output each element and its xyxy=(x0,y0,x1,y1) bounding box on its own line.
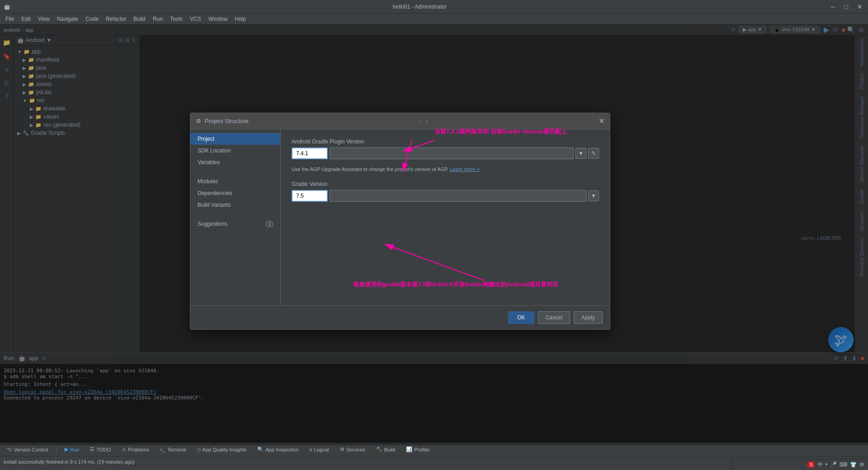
menu-bar: File Edit View Navigate Code Refactor Bu… xyxy=(0,14,868,24)
agp-label: Android Gradle Plugin Version xyxy=(292,138,599,145)
problems-icon: ⚠ xyxy=(122,446,126,452)
dialog-title: ⚙ Project Structure xyxy=(196,118,249,124)
title-right: ─ □ ✕ xyxy=(829,3,864,10)
bt-services[interactable]: ⚙ Services xyxy=(337,446,368,453)
app-icon: 🤖 xyxy=(4,4,10,10)
nav-item-variables[interactable]: Variables xyxy=(190,157,280,168)
todo-label: TODO xyxy=(96,447,111,452)
dialog-title-bar: ⚙ Project Structure ‹ › ✕ xyxy=(190,113,610,129)
close-button[interactable]: ✕ xyxy=(855,3,864,10)
tray-icon-1: 中 xyxy=(817,461,823,469)
menu-code[interactable]: Code xyxy=(82,15,102,23)
app-inspection-label: App Inspection xyxy=(265,447,298,452)
bt-problems[interactable]: ⚠ Problems xyxy=(119,446,151,453)
nav-item-sdk-location[interactable]: SDK Location xyxy=(190,145,280,157)
bt-separator-1 xyxy=(56,446,57,453)
gradle-spacer xyxy=(330,190,586,202)
menu-refactor[interactable]: Refactor xyxy=(102,15,130,23)
dialog-close-button[interactable]: ✕ xyxy=(599,117,604,125)
nav-item-modules[interactable]: Modules xyxy=(190,176,280,187)
learn-more-link[interactable]: Learn more × xyxy=(450,166,480,172)
svg-line-3 xyxy=(385,244,484,280)
gradle-row: ▼ xyxy=(292,190,599,202)
agp-input[interactable] xyxy=(292,147,328,159)
tray-icon-2: • xyxy=(826,461,827,468)
bt-todo[interactable]: ☰ TODO xyxy=(87,446,113,453)
dialog-main: Android Gradle Plugin Version ▼ ✎ Use th… xyxy=(281,129,610,305)
minimize-button[interactable]: ─ xyxy=(829,3,837,10)
project-structure-dialog: ⚙ Project Structure ‹ › ✕ Project SDK Lo… xyxy=(190,113,610,330)
menu-run[interactable]: Run xyxy=(149,15,166,23)
problems-label: Problems xyxy=(128,447,149,452)
app-quality-label: App Quality Insights xyxy=(203,447,247,452)
menu-edit[interactable]: Edit xyxy=(18,15,34,23)
gradle-label: Gradle Version xyxy=(292,181,599,187)
agp-dropdown-button[interactable]: ▼ xyxy=(576,148,586,159)
bt-run[interactable]: ▶ Run xyxy=(62,446,82,453)
system-tray: S 中 • 🎤 ⌨ 👕 ⚙ xyxy=(732,459,868,470)
menu-navigate[interactable]: Navigate xyxy=(53,15,82,23)
dialog-sidebar: Project SDK Location Variables Modules D… xyxy=(190,129,281,305)
tray-icon-5: 👕 xyxy=(850,461,857,468)
gradle-dropdown-button[interactable]: ▼ xyxy=(588,190,599,201)
nav-section-separator xyxy=(190,168,280,176)
ok-button[interactable]: OK xyxy=(508,311,534,324)
bt-version-control[interactable]: ⌥ Version Control xyxy=(4,446,51,453)
nav-section-separator2 xyxy=(190,211,280,218)
ime-indicator[interactable]: S xyxy=(807,461,814,468)
terminal-icon: >_ xyxy=(160,447,165,452)
run-label-bt: Run xyxy=(70,447,79,452)
menu-vcs[interactable]: VCS xyxy=(186,15,205,23)
title-left: 🤖 xyxy=(4,4,10,10)
app-inspection-icon: 🔍 xyxy=(257,446,264,452)
menu-view[interactable]: View xyxy=(34,15,53,23)
bt-terminal[interactable]: >_ Terminal xyxy=(157,446,189,453)
logcat-label: Logcat xyxy=(314,447,329,452)
dialog-back-button[interactable]: ‹ xyxy=(419,117,423,125)
gradle-input[interactable] xyxy=(292,190,328,202)
nav-item-project[interactable]: Project xyxy=(190,133,280,145)
profiler-label: Profiler xyxy=(414,447,430,452)
menu-build[interactable]: Build xyxy=(130,15,149,23)
todo-icon: ☰ xyxy=(90,446,94,452)
dialog-nav-arrows: ‹ › xyxy=(419,117,429,125)
bt-app-inspection[interactable]: 🔍 App Inspection xyxy=(255,446,301,453)
profiler-icon: 📊 xyxy=(406,446,412,452)
bt-app-quality[interactable]: ◇ App Quality Insights xyxy=(194,446,250,453)
title-bar: 🤖 hello01 - Administrator ─ □ ✕ xyxy=(0,0,868,14)
services-label: Services xyxy=(346,447,365,452)
tray-icon-3: 🎤 xyxy=(830,461,837,468)
menu-window[interactable]: Window xyxy=(205,15,231,23)
menu-help[interactable]: Help xyxy=(231,15,250,23)
menu-tools[interactable]: Tools xyxy=(166,15,186,23)
bt-profiler[interactable]: 📊 Profiler xyxy=(403,446,433,453)
window-title: hello01 - Administrator xyxy=(393,4,447,10)
version-control-icon: ⌥ xyxy=(6,446,12,452)
tray-icon-4: ⌨ xyxy=(840,461,847,468)
dialog-icon: ⚙ xyxy=(196,118,201,124)
cancel-button[interactable]: Cancel xyxy=(538,311,570,324)
dialog-title-label: Project Structure xyxy=(205,118,249,124)
agp-edit-button[interactable]: ✎ xyxy=(588,148,599,159)
services-icon: ⚙ xyxy=(340,446,344,452)
nav-item-build-variants[interactable]: Build Variants xyxy=(190,199,280,211)
annotation-bottom: 笔者使用的gradle版本是7.5和ArkUI-X开发buider构建出的And… xyxy=(353,280,558,289)
build-icon: 🔨 xyxy=(376,446,382,452)
version-control-label: Version Control xyxy=(14,447,48,452)
dialog-forward-button[interactable]: › xyxy=(425,117,429,125)
agp-hint: Use the AGP Upgrade Assistant to change … xyxy=(292,166,599,172)
dialog-footer: OK Cancel Apply xyxy=(190,305,610,329)
suggestions-label: Suggestions xyxy=(198,221,227,227)
nav-item-suggestions[interactable]: Suggestions 1 xyxy=(190,218,280,230)
suggestions-badge: 1 xyxy=(266,221,273,227)
build-label: Build xyxy=(384,447,395,452)
nav-item-dependencies[interactable]: Dependencies xyxy=(190,187,280,199)
maximize-button[interactable]: □ xyxy=(843,3,850,10)
tray-icon-6: ⚙ xyxy=(859,461,864,468)
agp-spacer xyxy=(330,147,574,159)
apply-button[interactable]: Apply xyxy=(574,311,603,324)
logcat-icon: ≡ xyxy=(309,447,312,452)
menu-file[interactable]: File xyxy=(2,15,18,23)
bt-logcat[interactable]: ≡ Logcat xyxy=(307,446,331,453)
bt-build[interactable]: 🔨 Build xyxy=(373,446,398,453)
